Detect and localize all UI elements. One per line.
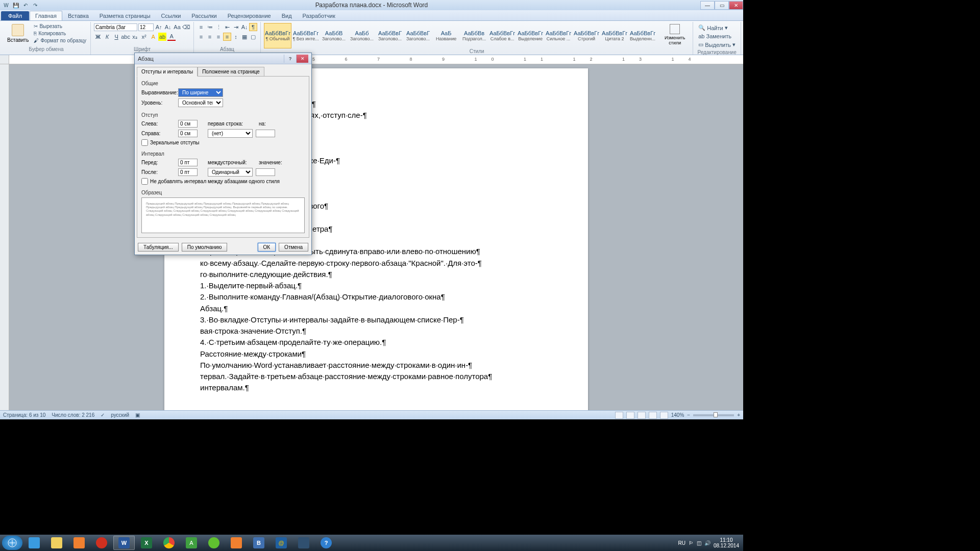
no-space-same-style-checkbox[interactable] — [141, 178, 148, 185]
vertical-ruler[interactable] — [0, 64, 9, 410]
save-icon[interactable]: 💾 — [12, 1, 20, 9]
align-right-icon[interactable]: ≡ — [214, 33, 223, 41]
line-spacing-select[interactable]: Одинарный — [208, 168, 253, 177]
document-line[interactable]: По·умолчанию·Word·устанавливает·расстоян… — [200, 360, 552, 370]
change-styles-button[interactable]: Изменить стили — [660, 23, 690, 48]
document-line[interactable]: 4.·С·третьим·абзацем·проделайте·ту·же·оп… — [200, 337, 552, 347]
style-item[interactable]: АаБбЗаголово... — [348, 23, 376, 48]
close-button[interactable]: ✕ — [729, 1, 743, 10]
indent-right-input[interactable] — [178, 130, 198, 137]
increase-indent-icon[interactable]: ⇥ — [232, 23, 240, 31]
zoom-thumb[interactable] — [714, 412, 718, 417]
document-scroll[interactable]: ятый·абзацы·По·правому·краю.¶это·принято… — [9, 64, 743, 410]
taskbar-amigo[interactable]: A — [181, 536, 202, 550]
style-item[interactable]: АаБбВвГг¶ Обычный — [264, 23, 291, 48]
show-marks-icon[interactable]: ¶ — [249, 23, 257, 31]
zoom-level[interactable]: 140% — [671, 412, 684, 418]
taskbar-opera[interactable] — [91, 536, 112, 550]
zoom-in-button[interactable]: + — [737, 412, 740, 418]
tab-insert[interactable]: Вставка — [63, 11, 94, 20]
zoom-slider[interactable] — [693, 414, 734, 416]
undo-icon[interactable]: ↶ — [21, 1, 30, 9]
first-line-select[interactable]: (нет) — [208, 129, 253, 138]
line-spacing-icon[interactable]: ↕ — [232, 33, 240, 41]
document-line[interactable]: тервал.·Задайте·в·третьем·абзаце·расстоя… — [200, 371, 552, 382]
tabs-button[interactable]: Табуляция... — [138, 243, 179, 252]
align-left-icon[interactable]: ≡ — [197, 33, 205, 41]
document-line[interactable]: Расстояние·между·строками¶ — [200, 349, 552, 359]
tab-developer[interactable]: Разработчик — [298, 11, 340, 20]
alignment-select[interactable]: По ширине — [178, 88, 223, 97]
paste-button[interactable]: Вставить — [5, 23, 31, 46]
shrink-font-icon[interactable]: A↓ — [164, 23, 172, 31]
page-indicator[interactable]: Страница: 6 из 10 — [3, 412, 45, 418]
style-item[interactable]: АаБбВвПодзагол... — [460, 23, 488, 48]
tab-view[interactable]: Вид — [277, 11, 297, 20]
decrease-indent-icon[interactable]: ⇤ — [223, 23, 231, 31]
tab-file[interactable]: Файл — [1, 11, 29, 20]
cut-button[interactable]: ✂Вырезать — [33, 23, 87, 30]
bold-button[interactable]: Ж — [94, 33, 102, 41]
cancel-button[interactable]: Отмена — [279, 243, 308, 252]
underline-button[interactable]: Ч — [112, 33, 120, 41]
select-button[interactable]: ▭Выделить ▾ — [697, 41, 737, 48]
taskbar-mail[interactable]: @ — [271, 536, 292, 550]
tab-page-position[interactable]: Положение на странице — [198, 67, 264, 77]
dialog-close-button[interactable]: ✕ — [296, 55, 308, 63]
minimize-button[interactable]: — — [700, 1, 715, 10]
bullets-icon[interactable]: ≡ — [197, 23, 205, 31]
justify-icon[interactable]: ≡ — [223, 33, 231, 41]
tab-review[interactable]: Рецензирование — [223, 11, 276, 20]
taskbar-chrome[interactable] — [158, 536, 180, 550]
taskbar-ok[interactable] — [226, 536, 247, 550]
superscript-button[interactable]: x² — [140, 33, 148, 41]
styles-gallery[interactable]: АаБбВвГг¶ ОбычныйАаБбВвГг¶ Без инте...Аа… — [264, 23, 658, 48]
replace-button[interactable]: abЗаменить — [697, 33, 737, 40]
borders-icon[interactable]: ▢ — [249, 33, 257, 41]
italic-button[interactable]: К — [103, 33, 111, 41]
tray-flag-icon[interactable]: 🏳 — [689, 540, 694, 546]
style-item[interactable]: АаБбВвГгЦитата 2 — [601, 23, 628, 48]
taskbar-vk[interactable]: B — [248, 536, 270, 550]
tray-lang[interactable]: RU — [678, 540, 685, 546]
tray-network-icon[interactable]: ◫ — [697, 540, 701, 546]
insert-mode-icon[interactable]: ▣ — [135, 412, 140, 418]
taskbar-icq[interactable] — [203, 536, 225, 550]
draft-view-icon[interactable] — [660, 412, 668, 419]
dialog-help-button[interactable]: ? — [284, 55, 296, 63]
full-screen-view-icon[interactable] — [626, 412, 634, 419]
line-spacing-value-input[interactable] — [256, 168, 275, 176]
space-after-input[interactable] — [178, 168, 198, 176]
taskbar-media-player[interactable] — [68, 536, 90, 550]
tray-volume-icon[interactable]: 🔊 — [704, 540, 710, 546]
style-item[interactable]: АаБбВвГгСлабое в... — [488, 23, 516, 48]
start-button[interactable] — [2, 536, 22, 550]
highlight-icon[interactable]: ab — [158, 33, 166, 41]
font-name-select[interactable] — [94, 23, 137, 31]
document-line[interactable]: Абзац.¶ — [200, 304, 552, 314]
tab-mailings[interactable]: Рассылки — [186, 11, 222, 20]
taskbar-help[interactable]: ? — [315, 536, 337, 550]
mirror-indents-checkbox[interactable] — [141, 139, 148, 146]
document-line[interactable]: 1.·Выделите·первый·абзац.¶ — [200, 281, 552, 291]
redo-icon[interactable]: ↷ — [31, 1, 39, 9]
tab-page-layout[interactable]: Разметка страницы — [94, 11, 156, 20]
taskbar-ie[interactable] — [23, 536, 45, 550]
first-line-by-input[interactable] — [256, 130, 275, 137]
text-effects-icon[interactable]: A — [149, 33, 157, 41]
default-button[interactable]: По умолчанию — [182, 243, 228, 252]
zoom-out-button[interactable]: − — [687, 412, 690, 418]
document-line[interactable]: 3.·Во·вкладке·Отступы·и·интервалы·задайт… — [200, 315, 552, 325]
indent-left-input[interactable] — [178, 120, 198, 128]
clear-format-icon[interactable]: ⌫ — [182, 23, 190, 31]
style-item[interactable]: АаБбВЗаголово... — [320, 23, 348, 48]
document-line[interactable]: интервалам.¶ — [200, 383, 552, 393]
tray-clock[interactable]: 11:10 08.12.2014 — [714, 537, 739, 548]
style-item[interactable]: АаБбВвГг¶ Без инте... — [292, 23, 320, 48]
taskbar-word[interactable]: W — [113, 536, 135, 550]
style-item[interactable]: АаБбВвГгВыделение — [517, 23, 544, 48]
style-item[interactable]: АаБНазвание — [432, 23, 460, 48]
find-button[interactable]: 🔍Найти ▾ — [697, 24, 737, 32]
multilevel-icon[interactable]: ⋮ — [214, 23, 223, 31]
tab-home[interactable]: Главная — [30, 11, 62, 20]
